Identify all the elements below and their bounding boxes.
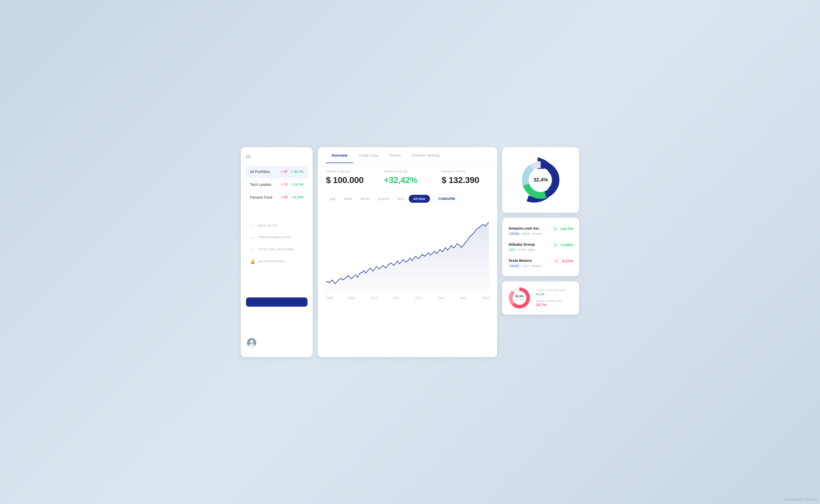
stat-item-2: TODAY'S VALUE $ 132.390 xyxy=(431,170,489,185)
portfolio-stats: + 67 + 32,7% xyxy=(281,170,303,174)
right-panel: 32,4% Amazon.com Inc. STOCK AMZN : Nasda… xyxy=(502,147,579,357)
stock-item-2[interactable]: Tesla Motors STOCK TSLA : Nasdaq ▼ -3,17… xyxy=(508,255,573,271)
stock-badge-row: STOCK AMZN : Nasdaq xyxy=(508,232,542,236)
menu-icon[interactable] xyxy=(246,155,251,158)
portfolio-list: All Portfolios + 67 + 32,7% Tech Leadets… xyxy=(246,166,308,205)
stock-ticker: AMZN : Nasdaq xyxy=(522,232,542,235)
nav-item-vote-for-features[interactable]: ☆ VOTE FOR FEATURES xyxy=(246,244,308,255)
mini-stat-value: 15,7% xyxy=(536,303,565,307)
stat-value: $ 132.390 xyxy=(441,175,489,185)
stat-label: TODAY'S VALUE xyxy=(326,170,373,173)
change-value: +1,58% xyxy=(560,243,573,247)
mini-donut-stats: YEARLY EXP. RETURN 4,1% SHORT-TERM LOSS … xyxy=(536,289,565,307)
nav-item-label: VOTE FOR FEATURES xyxy=(258,248,295,251)
create-portfolio-button[interactable] xyxy=(246,297,308,307)
portfolio-item-1[interactable]: Tech Leadets + 71 + 12,7% xyxy=(246,179,308,190)
stock-name: Alibaba Group xyxy=(508,242,535,246)
stock-info: Alibaba Group ETF NYSE: BABA xyxy=(508,242,535,252)
period-btn-year[interactable]: Year xyxy=(394,195,407,203)
avatar xyxy=(247,338,256,347)
tab-portdolio-settings[interactable]: Portdolio Settings xyxy=(406,147,446,163)
nav-item-watchlist[interactable]: ○ WATCHLIST xyxy=(246,220,308,231)
stat-item-1: TODAY'S VALUE +32,42% xyxy=(373,170,431,185)
stock-ticker: TSLA : Nasdaq xyxy=(522,264,541,267)
portfolio-name: All Portfolios xyxy=(250,170,270,174)
stock-item-1[interactable]: Alibaba Group ETF NYSE: BABA ▲ +1,58% xyxy=(508,239,573,255)
stock-card: Amazon.com Inc. STOCK AMZN : Nasdaq ▲ +1… xyxy=(502,218,579,276)
vote-for-features-icon: ☆ xyxy=(250,247,255,252)
stock-badge: STOCK xyxy=(508,264,521,268)
change-icon: ▲ xyxy=(553,242,558,248)
period-btn-all-time[interactable]: All time xyxy=(409,195,430,203)
stock-name: Amazon.com Inc. xyxy=(508,226,542,230)
stock-badge: STOCK xyxy=(508,232,521,236)
svg-point-18 xyxy=(513,291,526,305)
chart-x-label: 2010 xyxy=(348,296,355,300)
mini-stat-label: YEARLY EXP. RETURN xyxy=(536,289,565,292)
watermark: 搜狐号@数维图可视化平台 xyxy=(784,498,817,501)
main-chart xyxy=(326,207,489,294)
portfolio-item-0[interactable]: All Portfolios + 67 + 32,7% xyxy=(246,166,308,177)
tab-single-lines[interactable]: Single Lines xyxy=(353,147,384,163)
nav-item-crisis-simulator[interactable]: ▭ CRISIS SIMULATOR xyxy=(246,232,308,243)
tabs-bar: OverviewSingle LinesEventsPortdolio Sett… xyxy=(318,147,497,163)
svg-text:32,4%: 32,4% xyxy=(533,177,548,183)
mini-stat-1: SHORT-TERM LOSS 15,7% xyxy=(536,300,565,307)
nav-item-label: CRISIS SIMULATOR xyxy=(258,236,291,239)
stock-badge: ETF xyxy=(508,248,517,252)
donut-chart-card: 32,4% xyxy=(502,147,579,213)
stat-label: TODAY'S VALUE xyxy=(384,170,431,173)
portfolio-name: Pension Fund xyxy=(250,195,272,199)
nav-item-notifications[interactable]: 🔔 NOTIFICATIONS xyxy=(246,256,308,267)
mini-stat-value: 4,1% xyxy=(536,292,565,296)
mini-donut-card: 62,1% AVG. RISK YEARLY EXP. RETURN 4,1% … xyxy=(502,281,579,315)
svg-point-1 xyxy=(250,340,254,344)
portfolio-stat-pct: + 8,13% xyxy=(291,195,303,199)
portfolio-stat-pct: + 32,7% xyxy=(291,170,303,174)
period-btn-month[interactable]: Month xyxy=(357,195,373,203)
stock-change: ▼ -3,17% xyxy=(553,258,573,264)
chart-x-label: 2014 xyxy=(437,296,444,300)
svg-marker-7 xyxy=(326,222,489,294)
stock-badge-row: STOCK TSLA : Nasdaq xyxy=(508,264,541,268)
mini-donut-chart: 62,1% AVG. RISK xyxy=(508,286,531,309)
period-selector: DayWeekMonthQuarterYearAll timeCOMAPRE xyxy=(326,195,489,207)
change-icon: ▼ xyxy=(553,258,559,264)
chart-x-labels: 20092010201120122013201420152016 xyxy=(326,294,489,304)
nav-item-label: NOTIFICATIONS xyxy=(258,260,285,263)
stock-change: ▲ +1,58% xyxy=(553,242,573,248)
stat-label: TODAY'S VALUE xyxy=(441,170,489,173)
user-section xyxy=(246,336,308,349)
portfolio-item-2[interactable]: Pension Fund + 53 + 8,13% xyxy=(246,192,308,203)
chart-x-label: 2013 xyxy=(415,296,422,300)
svg-text:AVG. RISK: AVG. RISK xyxy=(515,299,524,301)
tab-events[interactable]: Events xyxy=(384,147,406,163)
period-btn-week[interactable]: Week xyxy=(340,195,356,203)
tab-overview[interactable]: Overview xyxy=(326,147,353,163)
period-btn-quarter[interactable]: Quarter xyxy=(374,195,393,203)
donut-chart: 32,4% xyxy=(515,154,566,206)
stock-badge-row: ETF NYSE: BABA xyxy=(508,248,535,252)
main-content: OverviewSingle LinesEventsPortdolio Sett… xyxy=(318,147,497,357)
mini-stat-0: YEARLY EXP. RETURN 4,1% xyxy=(536,289,565,296)
stock-ticker: NYSE: BABA xyxy=(518,248,535,251)
watchlist-icon: ○ xyxy=(250,223,255,228)
mini-stat-label: SHORT-TERM LOSS xyxy=(536,300,565,302)
sidebar: All Portfolios + 67 + 32,7% Tech Leadets… xyxy=(241,147,313,357)
chart-x-label: 2016 xyxy=(482,296,489,300)
chart-x-label: 2015 xyxy=(460,296,467,300)
stock-change: ▲ +14,1% xyxy=(553,226,573,232)
compare-button[interactable]: COMAPRE xyxy=(433,195,461,203)
sidebar-header xyxy=(246,155,308,160)
change-value: +14,1% xyxy=(560,227,573,231)
stock-item-0[interactable]: Amazon.com Inc. STOCK AMZN : Nasdaq ▲ +1… xyxy=(508,223,573,239)
stat-value: +32,42% xyxy=(384,175,431,185)
stat-value: $ 100.000 xyxy=(326,175,373,185)
portfolio-stat-pct: + 12,7% xyxy=(291,183,303,186)
period-btn-day[interactable]: Day xyxy=(326,195,339,203)
chart-x-label: 2009 xyxy=(326,296,333,300)
portfolio-stat-count: + 67 xyxy=(281,170,288,174)
nav-list: ○ WATCHLIST ▭ CRISIS SIMULATOR ☆ VOTE FO… xyxy=(246,220,308,267)
stock-name: Tesla Motors xyxy=(508,258,541,263)
stats-row: TODAY'S VALUE $ 100.000 TODAY'S VALUE +3… xyxy=(318,163,497,190)
